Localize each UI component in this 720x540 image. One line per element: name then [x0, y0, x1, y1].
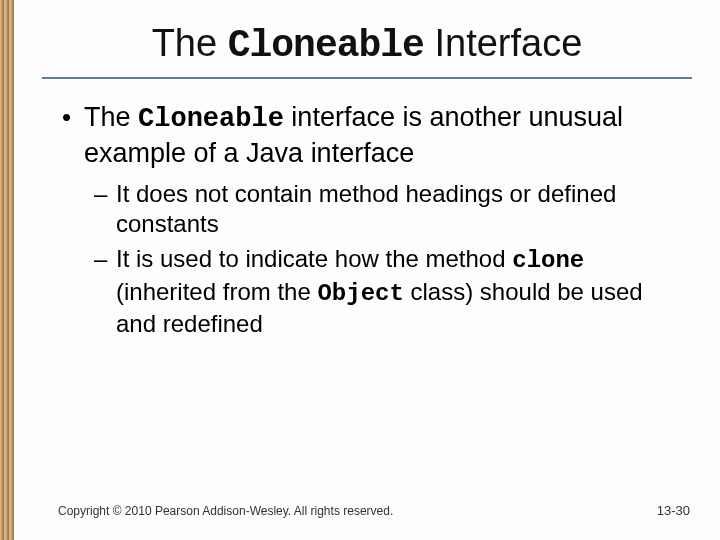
- list-item: It does not contain method headings or d…: [84, 179, 674, 240]
- bullet1-text-1: The: [84, 102, 138, 132]
- sub2-mono-2: Object: [317, 280, 403, 307]
- list-item: It is used to indicate how the method cl…: [84, 244, 674, 340]
- sub2-text-2: (inherited from the: [116, 278, 317, 305]
- title-text-1: The: [152, 22, 228, 64]
- slide: The Cloneable Interface The Cloneable in…: [0, 0, 720, 540]
- copyright-footer: Copyright © 2010 Pearson Addison-Wesley.…: [58, 504, 393, 518]
- title-area: The Cloneable Interface: [14, 0, 720, 73]
- title-text-2: Interface: [424, 22, 582, 64]
- list-item: The Cloneable interface is another unusu…: [60, 101, 674, 340]
- sub2-mono-1: clone: [512, 247, 584, 274]
- bullet-list-level1: The Cloneable interface is another unusu…: [60, 101, 674, 340]
- body-area: The Cloneable interface is another unusu…: [14, 79, 720, 340]
- slide-content: The Cloneable Interface The Cloneable in…: [14, 0, 720, 540]
- sub2-text-1: It is used to indicate how the method: [116, 245, 512, 272]
- bullet-list-level2: It does not contain method headings or d…: [84, 179, 674, 341]
- decorative-left-border: [0, 0, 14, 540]
- title-mono: Cloneable: [228, 24, 424, 67]
- page-number: 13-30: [657, 503, 690, 518]
- bullet1-mono: Cloneable: [138, 104, 284, 134]
- slide-title: The Cloneable Interface: [54, 22, 680, 67]
- sub1-text: It does not contain method headings or d…: [116, 180, 616, 238]
